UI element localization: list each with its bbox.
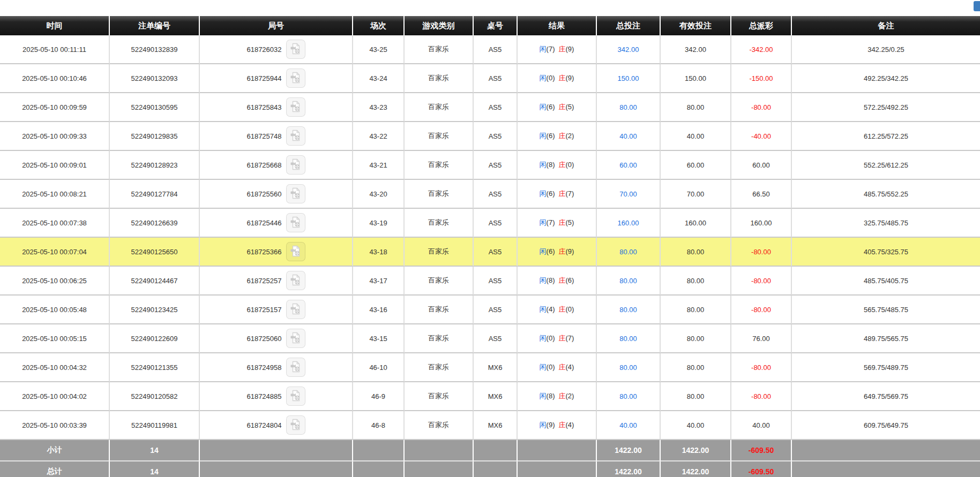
round-number: 618725257 xyxy=(246,277,281,285)
game-type-cell: 百家乐 xyxy=(405,180,474,209)
table-no-cell: MX6 xyxy=(474,353,518,382)
table-row: 2025-05-10 00:06:25522490124467618725257… xyxy=(0,267,980,296)
remark-cell: 342.25/0.25 xyxy=(792,35,980,64)
game-type-cell: 百家乐 xyxy=(405,209,474,238)
round-cell: 618725446 xyxy=(200,209,353,238)
round-cell: 618724885 xyxy=(200,382,353,411)
video-replay-button[interactable] xyxy=(286,358,305,377)
player-label: 闲 xyxy=(540,276,547,284)
table-row: 2025-05-10 00:04:02522490120582618724885… xyxy=(0,382,980,411)
footer-total-bet-cell: 1422.00 xyxy=(597,440,661,461)
banker-label: 庄 xyxy=(559,421,566,429)
game-type-cell: 百家乐 xyxy=(405,151,474,180)
video-replay-icon xyxy=(289,331,302,346)
footer-empty-cell xyxy=(405,461,474,477)
video-replay-button[interactable] xyxy=(286,300,305,319)
valid-bet-cell: 80.00 xyxy=(661,93,731,122)
player-label: 闲 xyxy=(540,421,547,429)
total-bet-cell: 160.00 xyxy=(597,209,661,238)
session-cell: 43-15 xyxy=(353,324,405,353)
total-bet-cell: 80.00 xyxy=(597,382,661,411)
video-replay-button[interactable] xyxy=(286,271,305,290)
table-no-cell: AS5 xyxy=(474,93,518,122)
payout-cell: 60.00 xyxy=(731,151,792,180)
footer-valid-bet-cell: 1422.00 xyxy=(661,461,731,477)
player-points: (6) xyxy=(547,103,555,111)
table-no-cell: AS5 xyxy=(474,267,518,296)
footer-empty-cell xyxy=(353,461,405,477)
remark-cell: 552.25/612.25 xyxy=(792,151,980,180)
col-header-time: 时间 xyxy=(0,16,110,35)
session-cell: 46-9 xyxy=(353,382,405,411)
banker-points: (0) xyxy=(566,305,574,313)
total-bet-cell: 80.00 xyxy=(597,93,661,122)
session-cell: 43-23 xyxy=(353,93,405,122)
player-points: (0) xyxy=(547,74,555,82)
footer-valid-bet-cell: 1422.00 xyxy=(661,440,731,461)
video-replay-icon xyxy=(289,158,302,172)
session-cell: 43-21 xyxy=(353,151,405,180)
footer-empty-cell xyxy=(474,440,518,461)
video-replay-button[interactable] xyxy=(286,387,305,406)
total-bet-cell: 80.00 xyxy=(597,353,661,382)
player-label: 闲 xyxy=(540,247,547,255)
player-label: 闲 xyxy=(540,363,547,371)
video-replay-button[interactable] xyxy=(286,155,305,175)
footer-empty-cell xyxy=(518,461,597,477)
time-cell: 2025-05-10 00:05:15 xyxy=(0,324,110,353)
player-points: (9) xyxy=(547,421,555,429)
table-no-cell: AS5 xyxy=(474,238,518,267)
payout-cell: -342.00 xyxy=(731,35,792,64)
total-bet-cell: 40.00 xyxy=(597,122,661,151)
table-row: 2025-05-10 00:08:21522490127784618725560… xyxy=(0,180,980,209)
time-cell: 2025-05-10 00:08:21 xyxy=(0,180,110,209)
valid-bet-cell: 80.00 xyxy=(661,238,731,267)
top-right-partial-button[interactable] xyxy=(974,1,980,11)
round-cell: 618725944 xyxy=(200,64,353,93)
video-replay-button[interactable] xyxy=(286,184,305,203)
video-replay-button[interactable] xyxy=(286,213,305,232)
video-replay-button[interactable] xyxy=(286,126,305,146)
payout-cell: -40.00 xyxy=(731,122,792,151)
bet-id-cell: 522490128923 xyxy=(110,151,200,180)
game-type-cell: 百家乐 xyxy=(405,93,474,122)
bet-id-cell: 522490123425 xyxy=(110,296,200,324)
player-label: 闲 xyxy=(540,103,547,111)
payout-cell: -80.00 xyxy=(731,267,792,296)
round-cell: 618725843 xyxy=(200,93,353,122)
round-number: 618725843 xyxy=(246,103,281,111)
player-points: (0) xyxy=(547,334,555,342)
video-replay-button[interactable] xyxy=(286,415,305,435)
footer-empty-cell xyxy=(353,440,405,461)
round-cell: 618724804 xyxy=(200,411,353,440)
round-cell: 618725060 xyxy=(200,324,353,353)
video-replay-icon xyxy=(289,418,302,433)
remark-cell: 485.75/405.75 xyxy=(792,267,980,296)
time-cell: 2025-05-10 00:06:25 xyxy=(0,267,110,296)
game-type-cell: 百家乐 xyxy=(405,238,474,267)
game-type-cell: 百家乐 xyxy=(405,324,474,353)
table-row: 2025-05-10 00:03:39522490119981618724804… xyxy=(0,411,980,440)
result-cell: 闲(8)庄(2) xyxy=(518,382,597,411)
table-row: 2025-05-10 00:09:59522490130595618725843… xyxy=(0,93,980,122)
banker-points: (9) xyxy=(566,247,574,255)
table-row: 2025-05-10 00:09:01522490128923618725668… xyxy=(0,151,980,180)
table-no-cell: AS5 xyxy=(474,151,518,180)
video-replay-button[interactable] xyxy=(286,97,305,117)
video-replay-button[interactable] xyxy=(286,40,305,59)
bet-records-table: 时间 注单编号 局号 场次 游戏类别 桌号 结果 总投注 有效投注 总派彩 备注… xyxy=(0,16,980,477)
video-replay-button[interactable] xyxy=(286,242,305,261)
video-replay-button[interactable] xyxy=(286,329,305,348)
game-type-cell: 百家乐 xyxy=(405,35,474,64)
table-no-cell: AS5 xyxy=(474,209,518,238)
footer-payout-cell: -609.50 xyxy=(731,440,792,461)
subtotal-row: 小计141422.001422.00-609.50 xyxy=(0,440,980,461)
result-cell: 闲(6)庄(2) xyxy=(518,122,597,151)
session-cell: 43-25 xyxy=(353,35,405,64)
session-cell: 43-20 xyxy=(353,180,405,209)
game-type-cell: 百家乐 xyxy=(405,267,474,296)
video-replay-icon xyxy=(289,100,302,115)
round-number: 618725748 xyxy=(246,132,281,140)
time-cell: 2025-05-10 00:05:48 xyxy=(0,296,110,324)
video-replay-button[interactable] xyxy=(286,69,305,88)
